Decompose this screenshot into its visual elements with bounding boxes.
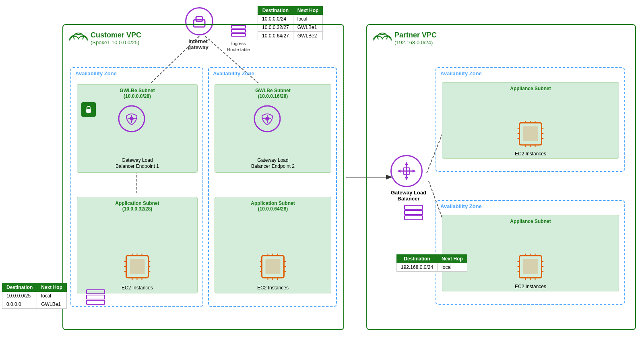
app-dest-1: 10.0.0.0/25: [2, 292, 37, 300]
partner-hop-1: local: [438, 263, 467, 272]
partner-az2-label: Availability Zone: [440, 203, 482, 209]
svg-rect-93: [405, 205, 423, 209]
app-hop-2: GWLBe1: [37, 300, 67, 309]
customer-vpc-box: Customer VPC (Spoke1 10.0.0.0/25) Availa…: [62, 24, 344, 330]
svg-marker-91: [413, 169, 416, 173]
svg-marker-90: [397, 169, 400, 173]
gwlb-route-icon: [402, 203, 425, 225]
partner-dest-header: Destination: [397, 255, 438, 263]
svg-marker-88: [405, 162, 408, 165]
diagram-container: Internet gateway IngressRoute table Dest…: [0, 0, 644, 355]
partner-vpc-title: Partner VPC (192.168.0.0/24): [394, 31, 437, 45]
svg-rect-50: [87, 290, 105, 294]
partner-az1-label: Availability Zone: [440, 70, 482, 76]
svg-rect-8: [196, 17, 202, 21]
app-dest-header: Destination: [2, 283, 37, 292]
app-subnet-1-sublabel: (10.0.0.32/28): [77, 206, 197, 212]
svg-point-35: [265, 117, 269, 121]
ingress-dest-header: Destination: [258, 6, 293, 15]
ingress-hop-header: Next Hop: [293, 6, 323, 15]
gwlbe-subnet-2-sublabel: (10.0.0.16/28): [215, 93, 331, 99]
gwlbe1-label: Gateway LoadBalancer Endpoint 1: [77, 157, 197, 169]
table-row: 0.0.0.0 GWLBe1: [2, 300, 67, 309]
app-dest-2: 0.0.0.0: [2, 300, 37, 309]
partner-az2-box: Availability Zone Appliance Subnet: [436, 200, 625, 305]
partner-az1-box: Availability Zone Appliance Subnet: [436, 67, 625, 172]
customer-vpc-title: Customer VPC (Spoke1 10.0.0.0/25): [91, 31, 141, 45]
app-route-icon: [85, 288, 107, 309]
appliance-subnet-1-label: Appliance Subnet: [442, 86, 619, 91]
app-subnet-2-label: Application Subnet: [215, 200, 331, 206]
svg-rect-37: [266, 259, 281, 274]
customer-az2-box: Availability Zone GWLBe Subnet (10.0.0.1…: [208, 67, 337, 307]
app-hop-1: local: [37, 292, 67, 300]
ingress-hop-1: local: [293, 15, 323, 23]
app-subnet-1-label: Application Subnet: [77, 200, 197, 206]
partner-route-table: Destination Next Hop 192.168.0.0/24 loca…: [396, 254, 467, 272]
app-subnet-route-table: Destination Next Hop 10.0.0.0/25 local 0…: [2, 283, 67, 309]
gwlb-circle: [390, 155, 423, 187]
svg-rect-94: [405, 211, 423, 215]
ingress-dest-1: 10.0.0.0/24: [258, 15, 293, 23]
app-subnet-1: Application Subnet (10.0.0.32/28): [77, 197, 198, 293]
gwlb-label: Gateway LoadBalancer: [380, 190, 437, 202]
gwlbe-subnet-1-sublabel: (10.0.0.0/28): [77, 93, 197, 99]
appliance-subnet-2-label: Appliance Subnet: [442, 219, 619, 224]
table-row: 10.0.0.0/24 local: [258, 15, 323, 23]
app-subnet-2: Application Subnet (10.0.0.64/28): [215, 197, 331, 293]
ec2-label-partner2: EC2 Instances: [442, 283, 619, 289]
lock-icon: [81, 102, 96, 117]
customer-az1-label: Availability Zone: [75, 70, 117, 76]
table-row: 192.168.0.0/24 local: [397, 263, 467, 272]
ec2-label-partner1: EC2 Instances: [442, 151, 619, 157]
partner-cloud-icon: [373, 31, 392, 45]
ec2-label-az2: EC2 Instances: [215, 285, 331, 291]
svg-rect-73: [523, 259, 538, 274]
gwlbe-subnet-2: GWLBe Subnet (10.0.0.16/28) Gateway Load…: [215, 84, 331, 173]
appliance-subnet-1: Appliance Subnet: [442, 82, 619, 159]
svg-rect-16: [70, 39, 87, 44]
app-hop-header: Next Hop: [37, 283, 67, 292]
svg-point-19: [130, 117, 134, 121]
table-row: 10.0.0.0/25 local: [2, 292, 67, 300]
gwlbe2-label: Gateway LoadBalancer Endpoint 2: [215, 157, 331, 169]
partner-dest-1: 192.168.0.0/24: [397, 263, 438, 272]
ec2-icon-az2: [260, 254, 286, 281]
svg-rect-21: [130, 259, 145, 274]
svg-rect-51: [87, 295, 105, 299]
ec2-icon-az1: [124, 254, 151, 281]
svg-rect-57: [374, 39, 391, 44]
ec2-icon-partner1: [518, 121, 544, 148]
svg-rect-17: [86, 109, 91, 113]
customer-az1-box: Availability Zone GWLBe Subnet (10.0.0.0…: [70, 67, 203, 307]
svg-marker-89: [405, 177, 408, 180]
svg-rect-59: [523, 126, 538, 141]
customer-cloud-icon: [69, 31, 88, 45]
gwlbe-subnet-2-label: GWLBe Subnet: [215, 88, 331, 93]
gwlbe-subnet-1-label: GWLBe Subnet: [77, 88, 197, 93]
gwlbe-subnet-1: GWLBe Subnet (10.0.0.0/28): [77, 84, 198, 173]
customer-az2-label: Availability Zone: [213, 70, 254, 76]
partner-hop-header: Next Hop: [438, 255, 467, 263]
appliance-subnet-2: Appliance Subnet: [442, 215, 619, 291]
svg-rect-52: [87, 300, 105, 304]
svg-rect-95: [405, 216, 423, 220]
app-subnet-2-sublabel: (10.0.0.64/28): [215, 206, 331, 212]
ec2-icon-partner2: [518, 254, 544, 281]
